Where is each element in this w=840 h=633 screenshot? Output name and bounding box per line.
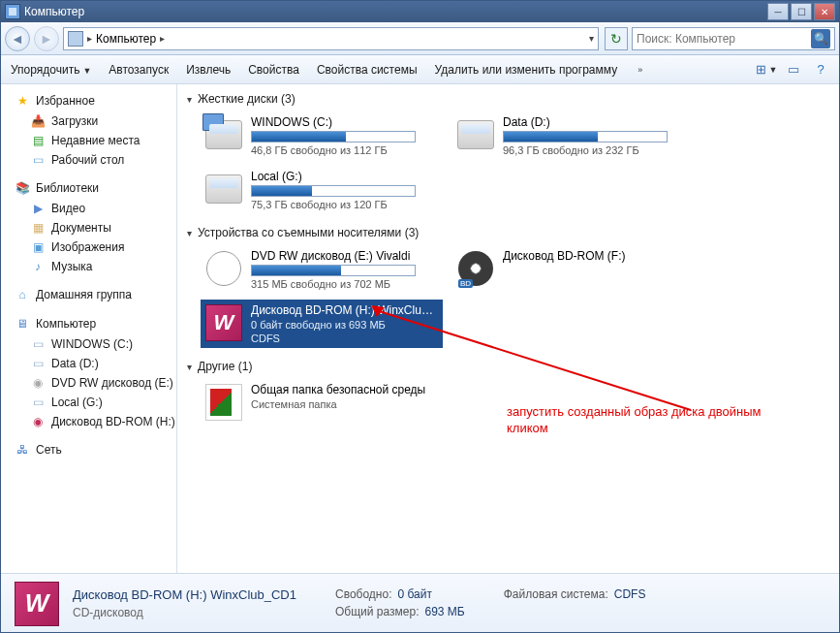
group-header-other[interactable]: ▾Другие (1)	[181, 358, 839, 379]
music-icon: ♪	[30, 259, 46, 274]
search-icon[interactable]: 🔍	[811, 29, 830, 48]
drive-tile-g[interactable]: Local (G:) 75,3 ГБ свободно из 120 ГБ	[201, 166, 443, 214]
title-bar: Компьютер ─ ☐ ✕	[1, 1, 839, 22]
hdd-icon	[205, 174, 242, 204]
app-icon	[5, 4, 20, 19]
autoplay-button[interactable]: Автозапуск	[109, 63, 169, 77]
recent-icon: ▤	[30, 133, 46, 148]
drive-icon: ▭	[30, 336, 46, 352]
search-input[interactable]: Поиск: Компьютер 🔍	[632, 27, 835, 50]
sidebar-network[interactable]: 🖧Сеть	[1, 439, 176, 460]
sidebar-drive-d[interactable]: ▭Data (D:)	[1, 354, 176, 373]
search-placeholder: Поиск: Компьютер	[637, 32, 735, 46]
command-toolbar: Упорядочить▼ Автозапуск Извлечь Свойства…	[1, 55, 839, 84]
winx-icon: W	[15, 582, 59, 626]
help-icon[interactable]: ?	[812, 61, 829, 79]
space-bar	[503, 131, 668, 142]
close-button[interactable]: ✕	[814, 3, 835, 20]
space-bar	[251, 265, 416, 276]
document-icon: ▦	[30, 220, 46, 236]
video-icon: ▶	[30, 201, 46, 216]
window-title: Компьютер	[24, 5, 84, 18]
space-bar	[251, 131, 416, 142]
sidebar-favorites[interactable]: ★Избранное	[1, 90, 176, 111]
back-button[interactable]: ◄	[5, 26, 30, 51]
properties-button[interactable]: Свойства	[248, 63, 299, 77]
navigation-sidebar: ★Избранное 📥Загрузки ▤Недавние места ▭Ра…	[1, 84, 177, 573]
details-title: Дисковод BD-ROM (H:) WinxClub_CD1	[73, 587, 296, 602]
winx-icon: W	[205, 304, 242, 341]
sidebar-homegroup[interactable]: ⌂Домашняя группа	[1, 284, 176, 305]
nav-bar: ◄ ► ▸ Компьютер ▸ ▾ ↻ Поиск: Компьютер 🔍	[1, 22, 839, 55]
kaspersky-icon	[205, 384, 242, 421]
details-type: CD-дисковод	[73, 606, 296, 619]
sidebar-drive-e[interactable]: ◉DVD RW дисковод (E:) Vivaldi	[1, 373, 176, 393]
hdd-icon	[205, 120, 242, 149]
bd-icon: ◉	[30, 414, 46, 429]
library-icon: 📚	[15, 180, 30, 196]
minimize-button[interactable]: ─	[767, 3, 789, 20]
drive-tile-d[interactable]: Data (D:) 96,3 ГБ свободно из 232 ГБ	[452, 111, 695, 160]
refresh-button[interactable]: ↻	[605, 27, 628, 50]
drive-icon: ▭	[30, 395, 46, 410]
hdd-icon	[457, 120, 494, 149]
history-dropdown[interactable]: ▾	[589, 33, 594, 44]
computer-icon	[68, 31, 83, 47]
cd-icon	[206, 251, 241, 286]
drive-tile-f[interactable]: Дисковод BD-ROM (F:)	[452, 245, 695, 294]
folder-icon: 📥	[30, 113, 46, 129]
sidebar-item-documents[interactable]: ▦Документы	[1, 218, 176, 237]
sidebar-item-pictures[interactable]: ▣Изображения	[1, 237, 176, 257]
sidebar-drive-g[interactable]: ▭Local (G:)	[1, 393, 176, 412]
sidebar-drive-h[interactable]: ◉Дисковод BD-ROM (H:) WinxClub_CD1	[1, 412, 176, 431]
group-header-hdd[interactable]: ▾Жесткие диски (3)	[181, 90, 839, 111]
star-icon: ★	[15, 93, 30, 109]
maximize-button[interactable]: ☐	[791, 3, 812, 20]
sidebar-item-desktop[interactable]: ▭Рабочий стол	[1, 150, 176, 170]
annotation-text: запустить созданный образ диска двойным …	[507, 404, 788, 437]
network-icon: 🖧	[15, 442, 30, 458]
preview-pane-icon[interactable]: ▭	[785, 61, 802, 79]
system-properties-button[interactable]: Свойства системы	[317, 63, 418, 77]
details-pane: W Дисковод BD-ROM (H:) WinxClub_CD1 CD-д…	[1, 573, 839, 633]
homegroup-icon: ⌂	[15, 287, 30, 302]
group-header-removable[interactable]: ▾Устройства со съемными носителями (3)	[181, 224, 839, 245]
sidebar-drive-c[interactable]: ▭WINDOWS (C:)	[1, 334, 176, 354]
sidebar-libraries[interactable]: 📚Библиотеки	[1, 177, 176, 199]
tile-security-folder[interactable]: Общая папка безопасной среды Системная п…	[201, 379, 443, 426]
drive-tile-e[interactable]: DVD RW дисковод (E:) Vivaldi 315 МБ своб…	[201, 245, 443, 294]
drive-icon: ▭	[30, 356, 46, 371]
uninstall-button[interactable]: Удалить или изменить программу	[435, 63, 618, 77]
sidebar-item-video[interactable]: ▶Видео	[1, 199, 176, 218]
forward-button[interactable]: ►	[34, 26, 59, 51]
eject-button[interactable]: Извлечь	[186, 63, 231, 77]
sidebar-item-downloads[interactable]: 📥Загрузки	[1, 111, 176, 131]
content-pane: ▾Жесткие диски (3) WINDOWS (C:) 46,8 ГБ …	[177, 84, 839, 573]
address-bar[interactable]: ▸ Компьютер ▸ ▾	[63, 27, 599, 50]
bdrom-icon	[458, 251, 493, 286]
sidebar-computer[interactable]: 🖥Компьютер	[1, 313, 176, 334]
computer-icon: 🖥	[15, 316, 30, 332]
drive-tile-h-selected[interactable]: W Дисковод BD-ROM (H:) WinxClub_CD1 0 ба…	[201, 300, 443, 348]
cd-icon: ◉	[30, 375, 46, 391]
breadcrumb: Компьютер	[96, 32, 156, 46]
space-bar	[251, 185, 416, 197]
view-options-icon[interactable]: ⊞▼	[758, 61, 775, 79]
desktop-icon: ▭	[30, 152, 46, 168]
sidebar-item-music[interactable]: ♪Музыка	[1, 257, 176, 276]
image-icon: ▣	[30, 239, 46, 255]
organize-menu[interactable]: Упорядочить▼	[11, 63, 91, 77]
drive-tile-c[interactable]: WINDOWS (C:) 46,8 ГБ свободно из 112 ГБ	[201, 111, 443, 160]
sidebar-item-recent[interactable]: ▤Недавние места	[1, 131, 176, 150]
toolbar-overflow[interactable]: »	[638, 65, 642, 75]
